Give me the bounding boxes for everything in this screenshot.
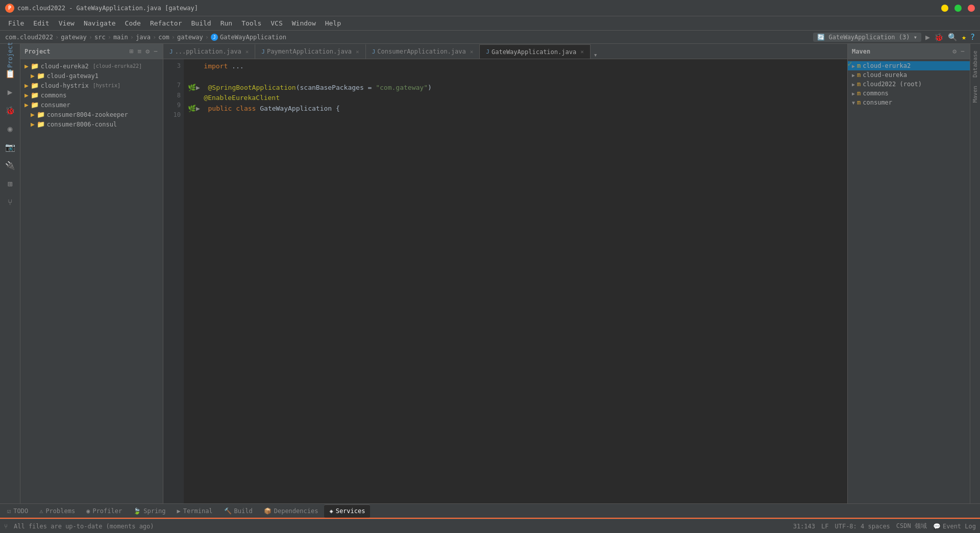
status-position[interactable]: 31:143 — [793, 523, 815, 530]
tab-close-icon[interactable]: ✕ — [580, 48, 584, 55]
menu-navigate[interactable]: Navigate — [80, 18, 120, 29]
tree-item-label: commons — [41, 92, 67, 99]
maven-item-root[interactable]: ▶ m cloud2022 (root) — [848, 80, 970, 89]
build-label: Build — [234, 507, 253, 515]
breadcrumb-gateway[interactable]: gateway — [61, 34, 87, 41]
project-minus[interactable]: − — [153, 46, 159, 56]
project-gear[interactable]: ⚙ — [144, 46, 151, 56]
sidebar-icon-git[interactable]: ⑂ — [2, 193, 19, 211]
arrow-icon: ▶ — [852, 91, 855, 96]
run-button-header[interactable]: ▶ — [925, 33, 930, 42]
btbar-services[interactable]: ◈ Services — [324, 504, 370, 518]
tree-item-consumer8006[interactable]: ▶ 📁 consumer8006-consul — [20, 119, 163, 129]
maven-item-consumer[interactable]: ▼ m consumer — [848, 98, 970, 107]
window-title: com.cloud2022 - GateWayApplication.java … — [17, 5, 198, 12]
menu-file[interactable]: File — [4, 18, 28, 29]
btbar-build[interactable]: 🔨 Build — [219, 504, 258, 518]
btbar-terminal[interactable]: ▶ Terminal — [172, 504, 218, 518]
btbar-problems[interactable]: ⚠ Problems — [34, 504, 80, 518]
maven-item-label: cloud-eureka — [863, 71, 907, 79]
toolbar-star: ★ — [962, 33, 966, 42]
spring-label: Spring — [143, 507, 165, 515]
debug-button-header[interactable]: 🐞 — [934, 33, 944, 42]
problems-icon: ⚠ — [39, 507, 43, 515]
maven-item-commons[interactable]: ▶ m commons — [848, 89, 970, 98]
maven-tab-vertical[interactable]: Maven — [971, 82, 979, 107]
breadcrumb-java[interactable]: java — [136, 34, 151, 41]
btbar-spring[interactable]: 🍃 Spring — [128, 504, 170, 518]
breadcrumb-com[interactable]: com — [158, 34, 169, 41]
project-collapse-all[interactable]: ≡ — [137, 46, 143, 56]
menu-window[interactable]: Window — [288, 18, 320, 29]
menu-code[interactable]: Code — [121, 18, 145, 29]
menu-run[interactable]: Run — [216, 18, 236, 29]
run-config-dropdown[interactable]: 🔄 GateWayApplication (3) ▾ — [813, 33, 921, 42]
btbar-todo[interactable]: ☑ TODO — [2, 504, 33, 518]
event-log-icon: 💬 — [933, 523, 941, 530]
menu-tools[interactable]: Tools — [237, 18, 265, 29]
sidebar-icon-camera[interactable]: 📷 — [2, 138, 19, 156]
maven-tree: ▶ m cloud-erurka2 ▶ m cloud-eureka ▶ m c… — [848, 59, 970, 518]
code-area: 3 7 8 9 10 import ... 🌿▶ @SpringBootAppl… — [163, 59, 847, 518]
project-tree: ▶ 📁 cloud-eureka2 [cloud-erurka22] ▶ 📁 c… — [20, 59, 163, 518]
close-button[interactable] — [968, 5, 975, 12]
event-log-link[interactable]: 💬 Event Log — [933, 523, 976, 530]
terminal-icon: ▶ — [177, 507, 181, 515]
menu-vcs[interactable]: VCS — [266, 18, 286, 29]
breadcrumb-class[interactable]: GateWayApplication — [220, 34, 286, 41]
tree-item-consumer[interactable]: ▶ 📁 consumer — [20, 100, 163, 110]
tree-item-gateway1[interactable]: ▶ 📁 cloud-gateway1 — [20, 71, 163, 81]
sidebar-icon-modules[interactable]: ⊞ — [2, 175, 19, 192]
maximize-button[interactable] — [954, 5, 962, 12]
code-editor[interactable]: import ... 🌿▶ @SpringBootApplication(sca… — [184, 59, 847, 518]
breadcrumb-gateway2[interactable]: gateway — [177, 34, 203, 41]
menu-build[interactable]: Build — [187, 18, 215, 29]
tree-item-label: consumer8004-zookeeper — [47, 111, 128, 118]
tab-overflow-dropdown[interactable]: ▾ — [591, 51, 601, 59]
sidebar-icon-debug[interactable]: 🐞 — [2, 101, 19, 119]
status-lf[interactable]: LF — [821, 523, 828, 530]
tab-close-icon[interactable]: ✕ — [470, 48, 474, 55]
status-indent[interactable]: UTF-8: 4 spaces — [835, 523, 890, 530]
tree-item-consumer8004[interactable]: ▶ 📁 consumer8004-zookeeper — [20, 110, 163, 119]
sidebar-icon-plugins[interactable]: 🔌 — [2, 157, 19, 174]
status-bar: ⑂ All files are up-to-date (moments ago)… — [0, 519, 980, 533]
toolbar-search[interactable]: 🔍 — [948, 33, 958, 42]
menu-view[interactable]: View — [55, 18, 79, 29]
maven-refresh[interactable]: ⚙ — [951, 46, 958, 56]
editor-area: J ...pplication.java ✕ J PaymentApplicat… — [163, 44, 847, 518]
maven-item-eureka[interactable]: ▶ m cloud-eureka — [848, 70, 970, 80]
tab-close-icon[interactable]: ✕ — [356, 48, 359, 55]
maven-collapse[interactable]: − — [960, 46, 966, 56]
database-tab[interactable]: Database — [971, 46, 979, 82]
sidebar-icon-project[interactable]: Project — [2, 46, 19, 64]
tree-item-hystrix[interactable]: ▶ 📁 cloud-hystrix [hystrix] — [20, 81, 163, 90]
tab-gateway[interactable]: J GateWayApplication.java ✕ — [480, 44, 590, 59]
sidebar-icon-run[interactable]: ▶ — [2, 83, 19, 100]
tree-item-commons[interactable]: ▶ 📁 commons — [20, 90, 163, 100]
project-expand-all[interactable]: ⊞ — [129, 46, 135, 56]
tree-item-eureka2[interactable]: ▶ 📁 cloud-eureka2 [cloud-erurka22] — [20, 61, 163, 71]
breadcrumb-cloud2022[interactable]: com.cloud2022 — [5, 34, 53, 41]
tab-close-icon[interactable]: ✕ — [246, 48, 249, 55]
maven-item-erurka2[interactable]: ▶ m cloud-erurka2 — [848, 61, 970, 70]
btbar-dependencies[interactable]: 📦 Dependencies — [259, 504, 324, 518]
code-line-7: 🌿▶ @SpringBootApplication(scanBasePackag… — [188, 83, 843, 93]
maven-module-icon: m — [857, 90, 861, 97]
breadcrumb-main[interactable]: main — [113, 34, 128, 41]
tab-consumer[interactable]: J ConsumerApplication.java ✕ — [366, 44, 480, 59]
line-num-8: 8 — [163, 91, 181, 100]
menu-refactor[interactable]: Refactor — [146, 18, 186, 29]
tab-pplication[interactable]: J ...pplication.java ✕ — [163, 44, 255, 59]
arrow-icon: ▼ — [852, 100, 855, 106]
menu-help[interactable]: Help — [321, 18, 345, 29]
btbar-profiler[interactable]: ◉ Profiler — [81, 504, 127, 518]
minimize-button[interactable] — [941, 5, 948, 12]
menu-edit[interactable]: Edit — [29, 18, 53, 29]
maven-item-label: cloud-erurka2 — [863, 62, 911, 69]
tab-label: ConsumerApplication.java — [377, 48, 465, 55]
tab-payment[interactable]: J PaymentApplication.java ✕ — [255, 44, 365, 59]
line-num-10: 10 — [163, 110, 181, 120]
breadcrumb-src[interactable]: src — [94, 34, 106, 41]
sidebar-icon-profiler[interactable]: ◉ — [2, 120, 19, 137]
